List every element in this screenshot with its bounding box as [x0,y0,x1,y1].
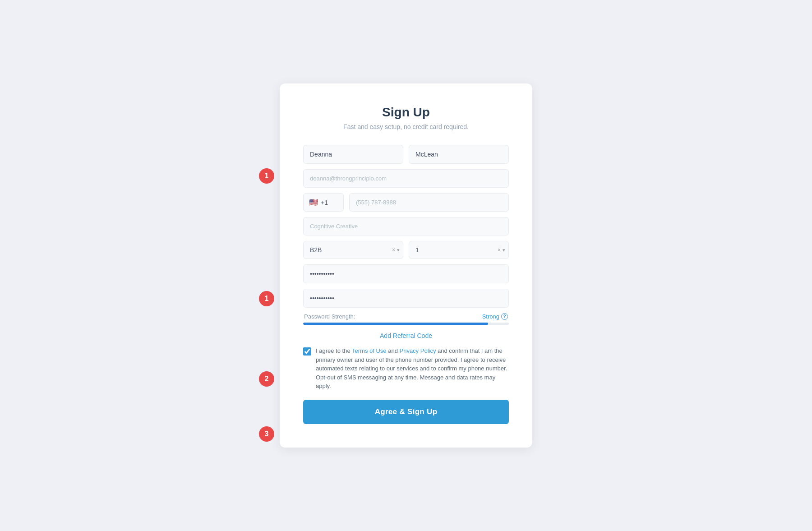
phone-row: 🇺🇸 +1 [303,193,509,212]
strength-help-icon[interactable]: ? [501,313,508,320]
submit-button[interactable]: Agree & Sign Up [303,400,509,424]
strength-bar-fill [303,323,488,325]
password-input[interactable] [303,264,509,283]
strength-label: Password Strength: [304,313,355,320]
terms-checkbox[interactable] [303,347,311,356]
email-group [303,169,509,188]
strength-bar-background [303,323,509,325]
terms-of-use-link[interactable]: Terms of Use [352,347,387,354]
last-name-group [409,145,509,164]
page-title: Sign Up [303,105,509,120]
teamsize-clear-icon[interactable]: × [498,247,501,253]
phone-code: +1 [321,199,328,206]
password-strength-section: Password Strength: Strong ? [303,313,509,325]
phone-group [349,193,509,212]
privacy-policy-link[interactable]: Privacy Policy [400,347,436,354]
terms-row: I agree to the Terms of Use and Privacy … [303,346,509,391]
industry-wrapper: B2B B2C Other × ▾ [303,241,403,259]
teamsize-wrapper: 1 2-5 6-10 11-50 50+ × ▾ [409,241,509,259]
company-input[interactable] [303,217,509,235]
last-name-input[interactable] [409,145,509,164]
company-row [303,217,509,235]
step-badge-1-mid: 1 [259,291,274,306]
email-input[interactable] [303,169,509,188]
confirm-password-group [303,289,509,308]
strength-value: Strong ? [482,313,508,320]
confirm-password-row [303,289,509,308]
password-group [303,264,509,283]
industry-clear-icon[interactable]: × [392,247,395,253]
confirm-password-input[interactable] [303,289,509,308]
phone-input[interactable] [349,193,509,212]
step-badge-1-top: 1 [259,168,274,184]
industry-teamsize-row: B2B B2C Other × ▾ 1 2-5 6-10 11-50 50+ [303,241,509,259]
company-group [303,217,509,235]
referral-code-link[interactable]: Add Referral Code [303,332,509,339]
team-size-select[interactable]: 1 2-5 6-10 11-50 50+ [409,241,509,259]
password-strength-row: Password Strength: Strong ? [303,313,509,320]
email-row [303,169,509,188]
page-subtitle: Fast and easy setup, no credit card requ… [303,123,509,130]
step-badge-3: 3 [259,426,274,442]
first-name-input[interactable] [303,145,403,164]
step-badge-2: 2 [259,371,274,387]
terms-text: I agree to the Terms of Use and Privacy … [316,346,509,391]
name-row [303,145,509,164]
first-name-group [303,145,403,164]
phone-prefix-selector[interactable]: 🇺🇸 +1 [303,193,344,212]
industry-select[interactable]: B2B B2C Other [303,241,403,259]
flag-icon: 🇺🇸 [309,198,318,207]
password-row [303,264,509,283]
signup-card: Sign Up Fast and easy setup, no credit c… [280,83,532,448]
